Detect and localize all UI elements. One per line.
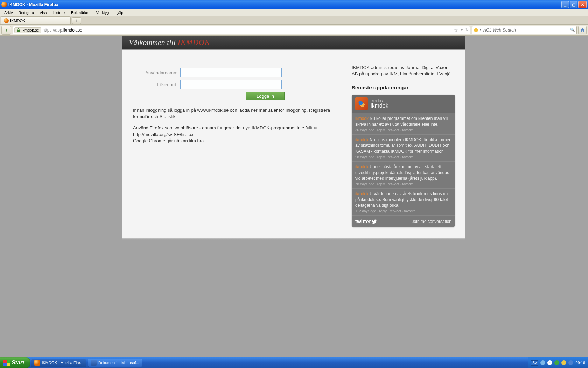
username-label: Användarnamn: [133,70,180,75]
login-button[interactable]: Logga in [246,92,285,100]
twitter-avatar [355,97,368,110]
twitter-item: ikmdok Nu finns moduler i IKMDOK för oli… [352,134,455,161]
new-tab-button[interactable]: + [72,17,81,24]
search-go-icon[interactable]: 🔍 [570,28,575,32]
tw-meta-reply[interactable]: reply [377,182,385,186]
bookmark-star-icon[interactable]: ☆ [454,27,458,33]
browser-tab[interactable]: IKMDOK [1,16,71,24]
tw-meta-favorite[interactable]: favorite [402,128,414,132]
tw-item-meta: 78 days ago · reply · retweet · favorite [355,182,451,187]
word-taskbar-icon [91,360,97,366]
password-label: Lösenord: [133,82,180,87]
nav-back-button[interactable] [1,26,11,35]
tw-meta-reply[interactable]: reply [377,155,385,159]
menu-redigera[interactable]: Redigera [15,10,37,15]
tw-meta-favorite[interactable]: favorite [404,209,416,213]
main-column: Användarnamn: Lösenord: Logga in Innan i… [133,64,346,227]
twitter-name-small: ikmdok [371,98,388,103]
windows-taskbar: Start IKMDOK - Mozilla Fire... Dokument1… [0,357,588,368]
tray-language[interactable]: SV [531,360,538,366]
twitter-bird-icon [372,219,377,224]
twitter-name-big: ikmdok [371,103,388,109]
url-text: https://app.ikmdok.se [43,28,453,33]
tw-meta-retweet[interactable]: retweet [388,155,399,159]
tw-item-text: Nu kollar programmet om klienten man vil… [355,116,448,127]
tray-icon[interactable] [561,360,566,365]
tw-meta-retweet[interactable]: retweet [388,128,399,132]
side-heading: Senaste uppdateringar [352,84,455,90]
window-titlebar: IKMDOK - Mozilla Firefox _ ▢ ✕ [0,0,588,9]
tw-item-user[interactable]: ikmdok [355,137,369,142]
browser-search-box[interactable]: ▼ 🔍 [472,26,577,34]
reload-icon[interactable]: ↻ [465,28,469,32]
page-container: Välkommen till IKMDOK Användarnamn: Löse… [122,36,465,240]
menu-verktyg[interactable]: Verktyg [93,10,112,15]
username-input[interactable] [180,68,282,77]
tw-meta-reply[interactable]: reply [377,128,385,132]
tw-meta-favorite[interactable]: favorite [402,182,414,186]
windows-logo-icon [4,360,10,366]
tw-item-user[interactable]: ikmdok [355,116,369,121]
tw-item-user[interactable]: ikmdok [355,191,369,196]
browser-navrow: ikmdok.se https://app.ikmdok.se ☆ ▼ ↻ ▼ … [0,25,588,36]
twitter-logo[interactable]: twitter [355,218,377,224]
menu-visa[interactable]: Visa [37,10,50,15]
password-input[interactable] [180,80,282,89]
menu-arkiv[interactable]: Arkiv [1,10,15,15]
tw-meta-retweet[interactable]: retweet [390,209,401,213]
header-welcome-text: Välkommen till [129,38,176,47]
svg-point-0 [474,28,478,32]
home-button[interactable] [578,26,587,34]
tray-expand-icon[interactable]: ‹ [547,360,552,365]
tw-item-text: Utvärderingen av årets konferens finns n… [355,191,448,207]
taskbar-item-label: Dokument1 - Microsof... [98,361,139,365]
tab-label: IKMDOK [10,19,25,23]
side-admin-text: IKMDOK administreras av Journal Digital … [352,64,455,81]
menu-hjalp[interactable]: Hjälp [112,10,126,15]
search-provider-dropdown[interactable]: ▼ [474,28,482,33]
aol-icon [474,28,478,33]
menu-bokmarken[interactable]: Bokmärken [68,10,93,15]
tw-meta-retweet[interactable]: retweet [388,182,399,186]
browser-tabstrip: IKMDOK + [0,16,588,25]
twitter-item: ikmdok Nu kollar programmet om klienten … [352,113,455,134]
search-input[interactable] [483,28,569,33]
window-close-button[interactable]: ✕ [578,1,587,8]
twitter-footer: twitter Join the conversation [352,215,455,227]
tray-volume-icon[interactable] [568,360,573,365]
window-minimize-button[interactable]: _ [561,1,569,8]
page-body: Användarnamn: Lösenord: Logga in Innan i… [122,50,465,238]
back-arrow-icon [4,28,9,33]
tray-icon[interactable] [554,360,559,365]
address-bar[interactable]: ikmdok.se https://app.ikmdok.se ☆ ▼ ↻ [13,26,470,34]
home-icon [580,27,585,33]
start-label: Start [12,360,24,366]
tw-meta-reply[interactable]: reply [379,209,387,213]
header-brand-text: IKMDOK [178,38,210,47]
twitter-join-link[interactable]: Join the conversation [412,219,451,224]
info-paragraph-1: Innan inloggning så logga in på www.ikmd… [133,107,338,120]
tw-item-meta: 36 days ago · reply · retweet · favorite [355,128,451,133]
tray-icon[interactable] [540,360,545,365]
window-maximize-button[interactable]: ▢ [570,1,578,8]
browser-menubar: Arkiv Redigera Visa Historik Bokmärken V… [0,9,588,16]
tw-item-meta: 112 days ago · reply · retweet · favorit… [355,209,451,214]
tab-favicon [4,18,9,23]
tray-clock[interactable]: 09:16 [575,361,585,365]
taskbar-item-firefox[interactable]: IKMDOK - Mozilla Fire... [31,359,86,367]
firefox-icon [1,2,7,7]
page-header: Välkommen till IKMDOK [122,36,465,50]
page-viewport: Välkommen till IKMDOK Användarnamn: Löse… [0,36,588,357]
taskbar-item-label: IKMDOK - Mozilla Fire... [42,361,83,365]
taskbar-item-word[interactable]: Dokument1 - Microsof... [88,359,142,367]
tw-meta-favorite[interactable]: favorite [402,155,414,159]
system-tray: SV ‹ 09:16 [528,357,588,368]
tw-item-user[interactable]: ikmdok [355,164,369,169]
info-text: Innan inloggning så logga in på www.ikmd… [133,107,338,144]
site-identity-chip[interactable]: ikmdok.se [14,27,41,33]
info-paragraph-2: Använd Firefox som webbläsare - annars f… [133,125,338,144]
url-dropdown-icon[interactable]: ▼ [460,28,463,32]
tw-item-meta: 58 days ago · reply · retweet · favorite [355,155,451,160]
start-button[interactable]: Start [0,357,30,368]
menu-historik[interactable]: Historik [50,10,68,15]
